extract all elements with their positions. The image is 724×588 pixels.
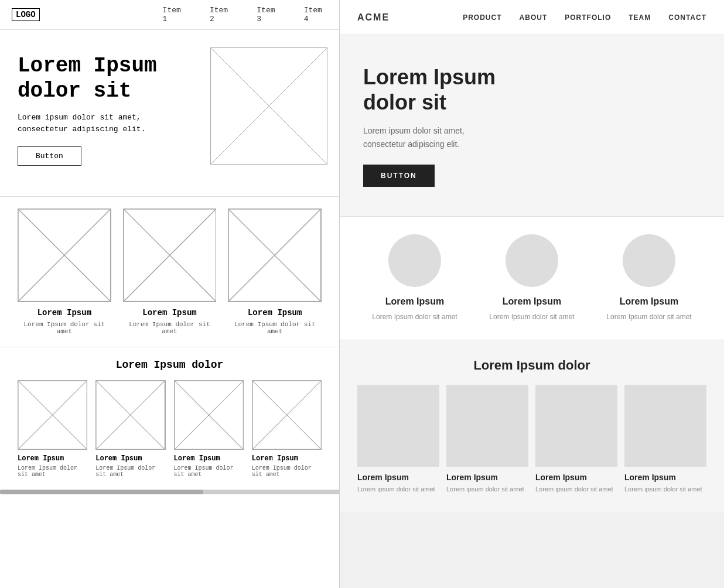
right-gallery-desc-4: Lorem ipsum dolor sit amet (624, 484, 706, 494)
right-hero-title: Lorem Ipsumdolor sit (363, 64, 701, 115)
left-card-image-3 (228, 208, 322, 302)
right-card-desc-3: Lorem Ipsum dolor sit amet (596, 312, 702, 322)
right-gallery-title-1: Lorem Ipsum (357, 473, 439, 482)
left-panel: LOGO Item 1 Item 2 Item 3 Item 4 Lorem I… (0, 0, 340, 588)
left-gallery-image-2 (95, 380, 165, 450)
left-card-desc-3: Lorem Ipsum dolor sit amet (228, 321, 322, 335)
left-nav-item-1[interactable]: Item 1 (163, 6, 186, 23)
right-gallery-title-4: Lorem Ipsum (624, 473, 706, 482)
left-scrollbar-thumb[interactable] (0, 490, 203, 494)
right-card-desc-2: Lorem Ipsum dolor sit amet (479, 312, 585, 322)
left-gallery-title-1: Lorem Ipsum (18, 454, 87, 463)
left-nav-item-3[interactable]: Item 3 (257, 6, 280, 23)
left-hero-button[interactable]: Button (18, 146, 81, 166)
svg-line-1 (211, 48, 327, 164)
right-cards-grid: Lorem Ipsum Lorem Ipsum dolor sit amet L… (357, 234, 706, 322)
right-nav-items: PRODUCT ABOUT PORTFOLIO TEAM CONTACT (463, 13, 706, 22)
left-gallery-section: Lorem Ipsum dolor Lorem Ipsum Lorem Ipsu… (0, 347, 339, 490)
right-nav-item-product[interactable]: PRODUCT (463, 13, 501, 22)
right-gallery-item-1: Lorem Ipsum Lorem ipsum dolor sit amet (357, 385, 439, 494)
right-card-2: Lorem Ipsum Lorem Ipsum dolor sit amet (479, 234, 585, 322)
left-nav-item-2[interactable]: Item 2 (210, 6, 233, 23)
left-card-title-1: Lorem Ipsum (18, 308, 111, 317)
svg-line-0 (211, 48, 327, 164)
right-card-avatar-1 (388, 234, 441, 287)
right-gallery-desc-3: Lorem ipsum dolor sit amet (535, 484, 617, 494)
right-gallery-section: Lorem Ipsum dolor Lorem Ipsum Lorem ipsu… (340, 340, 724, 512)
right-card-desc-1: Lorem Ipsum dolor sit amet (362, 312, 467, 322)
right-hero: Lorem Ipsumdolor sit Lorem ipsum dolor s… (340, 35, 724, 217)
left-gallery-item-4: Lorem Ipsum Lorem Ipsum dolor sit amet (252, 380, 322, 478)
left-gallery-desc-2: Lorem Ipsum dolor sit amet (95, 465, 165, 478)
right-panel: ACME PRODUCT ABOUT PORTFOLIO TEAM CONTAC… (340, 0, 724, 588)
left-cards-section: Lorem Ipsum Lorem Ipsum dolor sit amet L… (0, 197, 339, 347)
right-gallery-image-2 (446, 385, 528, 467)
left-card-desc-2: Lorem Ipsum dolor sit amet (123, 321, 217, 335)
right-card-avatar-3 (623, 234, 675, 287)
left-hero: Lorem Ipsumdolor sit Lorem ipsum dolor s… (0, 30, 339, 197)
right-card-3: Lorem Ipsum Lorem Ipsum dolor sit amet (596, 234, 702, 322)
left-gallery-grid: Lorem Ipsum Lorem Ipsum dolor sit amet L… (18, 380, 322, 478)
left-card-image-1 (18, 208, 111, 302)
left-nav-item-4[interactable]: Item 4 (304, 6, 327, 23)
left-cards-grid: Lorem Ipsum Lorem Ipsum dolor sit amet L… (18, 208, 322, 335)
left-gallery-title-3: Lorem Ipsum (174, 454, 244, 463)
left-card-image-2 (123, 208, 217, 302)
right-hero-description: Lorem ipsum dolor sit amet,consectetur a… (363, 124, 701, 151)
right-gallery-item-2: Lorem Ipsum Lorem ipsum dolor sit amet (446, 385, 528, 494)
left-gallery-title-2: Lorem Ipsum (95, 454, 165, 463)
right-gallery-item-4: Lorem Ipsum Lorem ipsum dolor sit amet (624, 385, 706, 494)
left-gallery-title-4: Lorem Ipsum (252, 454, 322, 463)
left-gallery-desc-4: Lorem Ipsum dolor sit amet (252, 465, 322, 478)
right-gallery-item-3: Lorem Ipsum Lorem ipsum dolor sit amet (535, 385, 617, 494)
left-gallery-image-3 (174, 380, 244, 450)
right-card-title-2: Lorem Ipsum (479, 296, 585, 307)
left-card-1: Lorem Ipsum Lorem Ipsum dolor sit amet (18, 208, 111, 335)
left-scrollbar[interactable] (0, 490, 339, 494)
left-gallery-desc-3: Lorem Ipsum dolor sit amet (174, 465, 244, 478)
right-gallery-desc-1: Lorem ipsum dolor sit amet (357, 484, 439, 494)
right-nav: ACME PRODUCT ABOUT PORTFOLIO TEAM CONTAC… (340, 0, 724, 35)
left-nav: LOGO Item 1 Item 2 Item 3 Item 4 (0, 0, 339, 30)
left-hero-image-placeholder (210, 47, 327, 165)
right-card-1: Lorem Ipsum Lorem Ipsum dolor sit amet (362, 234, 467, 322)
left-gallery-item-3: Lorem Ipsum Lorem Ipsum dolor sit amet (174, 380, 244, 478)
left-nav-items: Item 1 Item 2 Item 3 Item 4 (163, 6, 327, 23)
left-gallery-item-2: Lorem Ipsum Lorem Ipsum dolor sit amet (95, 380, 165, 478)
left-logo: LOGO (12, 8, 40, 21)
right-gallery-desc-2: Lorem ipsum dolor sit amet (446, 484, 528, 494)
right-nav-item-team[interactable]: TEAM (629, 13, 651, 22)
left-card-3: Lorem Ipsum Lorem Ipsum dolor sit amet (228, 208, 322, 335)
left-card-desc-1: Lorem Ipsum dolor sit amet (18, 321, 111, 335)
right-nav-item-about[interactable]: ABOUT (520, 13, 548, 22)
right-card-title-3: Lorem Ipsum (596, 296, 702, 307)
left-gallery-item-1: Lorem Ipsum Lorem Ipsum dolor sit amet (18, 380, 87, 478)
right-gallery-grid: Lorem Ipsum Lorem ipsum dolor sit amet L… (357, 385, 706, 494)
left-gallery-desc-1: Lorem Ipsum dolor sit amet (18, 465, 87, 478)
right-card-avatar-2 (506, 234, 558, 287)
right-cards-section: Lorem Ipsum Lorem Ipsum dolor sit amet L… (340, 217, 724, 340)
right-card-title-1: Lorem Ipsum (362, 296, 467, 307)
left-card-2: Lorem Ipsum Lorem Ipsum dolor sit amet (123, 208, 217, 335)
left-gallery-image-1 (18, 380, 87, 450)
right-nav-item-contact[interactable]: CONTACT (668, 13, 706, 22)
left-card-title-3: Lorem Ipsum (228, 308, 322, 317)
left-card-title-2: Lorem Ipsum (123, 308, 217, 317)
right-gallery-title: Lorem Ipsum dolor (357, 358, 706, 373)
right-nav-item-portfolio[interactable]: PORTFOLIO (565, 13, 611, 22)
right-hero-button[interactable]: BUTTON (363, 165, 435, 187)
right-gallery-image-3 (535, 385, 617, 467)
right-gallery-title-3: Lorem Ipsum (535, 473, 617, 482)
right-brand: ACME (357, 12, 390, 23)
left-gallery-image-4 (252, 380, 322, 450)
left-gallery-title: Lorem Ipsum dolor (18, 359, 322, 371)
right-gallery-image-4 (624, 385, 706, 467)
right-gallery-title-2: Lorem Ipsum (446, 473, 528, 482)
right-gallery-image-1 (357, 385, 439, 467)
